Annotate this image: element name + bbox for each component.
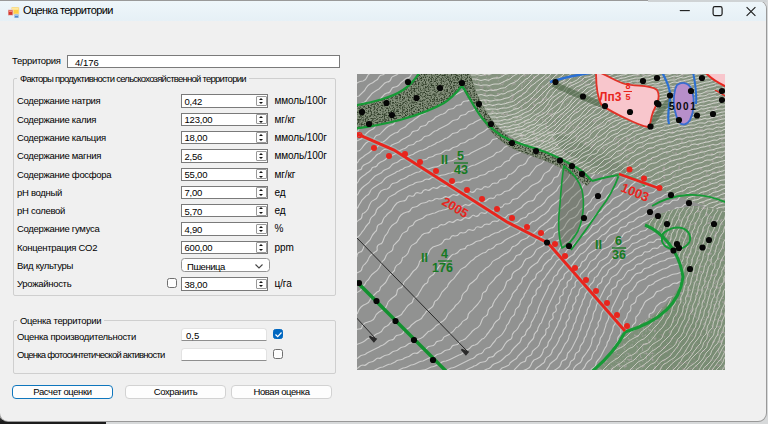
svg-text:6: 6 (615, 234, 622, 248)
svg-text:43: 43 (454, 163, 468, 177)
svg-text:II: II (441, 153, 448, 167)
svg-text:II: II (595, 238, 602, 252)
svg-text:5: 5 (626, 92, 631, 102)
svg-text:5001: 5001 (669, 101, 697, 112)
svg-text:Лп3: Лп3 (599, 90, 622, 104)
svg-text:5: 5 (457, 149, 464, 163)
svg-text:176: 176 (432, 261, 453, 275)
svg-text:4: 4 (441, 247, 448, 261)
svg-text:36: 36 (612, 248, 626, 262)
svg-text:II: II (421, 251, 428, 265)
svg-text:8: 8 (626, 81, 631, 91)
